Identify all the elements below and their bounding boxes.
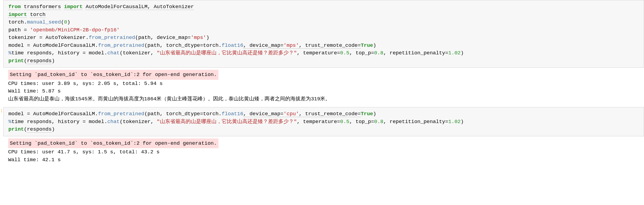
code-line: torch.manual_seed(0) [8,18,639,26]
code-line: print(responds) [8,57,639,65]
import-items: AutoModelForCausalLM, AutoTokenizer [86,4,194,10]
response-text: 山东省最高的山是泰山，海拔1545米。而黄山的海拔高度为1864米（黄山主峰莲花… [8,95,639,103]
code-line: model = AutoModelForCausalLM.from_pretra… [8,110,639,118]
builtin-print: print [8,58,24,64]
magic-percent: % [8,50,11,56]
stderr-line: Setting `pad_token_id` to `eos_token_id`… [8,138,218,148]
builtin-print: print [8,126,24,132]
code-cell-2-wrapper: : model = AutoModelForCausalLM.from_pret… [0,107,644,136]
keyword-import: import [8,12,27,18]
output-cell-2: Setting `pad_token_id` to `eos_token_id`… [3,137,644,166]
output-cell-1: Setting `pad_token_id` to `eos_token_id`… [3,68,644,104]
stderr-line: Setting `pad_token_id` to `eos_token_id`… [8,70,218,80]
ident-responds: responds [27,58,51,64]
attr-float16: float16 [222,111,243,117]
magic-percent: % [8,119,11,125]
code-cell-1-wrapper: from transformers import AutoModelForCau… [0,0,644,68]
string-mps: 'mps' [191,35,206,41]
literal-topp: 0.8 [374,50,383,56]
method-chat: chat [107,50,120,56]
literal-rep: 1.02 [448,119,461,125]
module-torch: torch [30,12,46,18]
code-line: tokenizer = AutoTokenizer.from_pretraine… [8,34,639,42]
code-line: model = AutoModelForCausalLM.from_pretra… [8,42,639,49]
literal-zero: 0 [64,19,67,25]
method-manual-seed: manual_seed [27,19,61,25]
code-line: path = 'openbmb/MiniCPM-2B-dpo-fp16' [8,26,639,34]
wall-time-line: Wall time: 5.87 s [8,87,639,95]
string-model-path: 'openbmb/MiniCPM-2B-dpo-fp16' [30,27,120,33]
string-cpu: 'cpu' [284,111,299,117]
prompt-colon: : [0,107,3,115]
keyword-import: import [64,4,82,10]
attr-float16: float16 [222,42,243,48]
keyword-true: True [361,111,373,117]
code-line: %time responds, history = model.chat(tok… [8,49,639,57]
ident-responds: responds [27,126,51,133]
keyword-true: True [361,42,373,48]
cpu-times-line: CPU times: user 41.7 s, sys: 1.5 s, tota… [8,148,639,156]
wall-time-line: Wall time: 42.1 s [8,156,639,164]
literal-temp: 0.5 [340,119,349,125]
literal-temp: 0.5 [340,50,349,56]
method-from-pretrained: from_pretrained [98,111,144,117]
code-cell-1[interactable]: from transformers import AutoModelForCau… [3,0,644,68]
code-line: from transformers import AutoModelForCau… [8,3,639,11]
literal-rep: 1.02 [448,50,461,56]
method-from-pretrained: from_pretrained [98,42,144,48]
keyword-from: from [8,4,21,10]
code-cell-2[interactable]: model = AutoModelForCausalLM.from_pretra… [3,107,644,136]
code-line: %time responds, history = model.chat(tok… [8,118,639,126]
cpu-times-line: CPU times: user 3.89 s, sys: 2.05 s, tot… [8,80,639,88]
code-line: import torch [8,11,639,19]
module-transformers: transformers [24,4,61,10]
literal-topp: 0.8 [374,119,383,125]
code-line: print(responds) [8,125,639,133]
string-prompt: "山东省最高的山是哪座山，它比黄山高还是矮？差距多少？" [157,50,297,56]
method-from-pretrained: from_pretrained [89,35,135,41]
string-mps: 'mps' [284,42,299,49]
method-chat: chat [107,119,120,125]
string-prompt: "山东省最高的山是哪座山，它比黄山高还是矮？差距多少？" [157,119,297,125]
